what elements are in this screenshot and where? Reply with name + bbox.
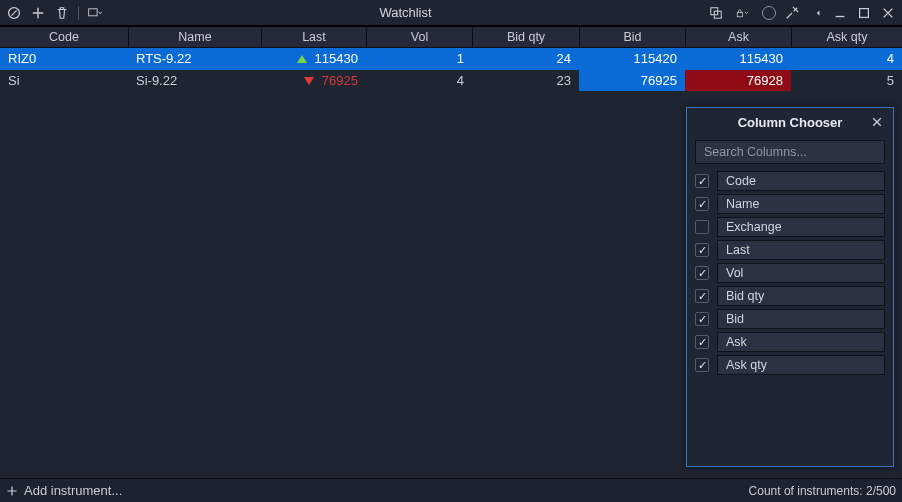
- col-header-bidqty[interactable]: Bid qty: [472, 27, 579, 47]
- column-chooser-item[interactable]: Ask: [695, 331, 885, 353]
- cell-bid: 76925: [579, 70, 685, 91]
- tools-icon[interactable]: [784, 5, 800, 21]
- status-ring-icon[interactable]: [762, 6, 776, 20]
- column-chooser-item[interactable]: Ask qty: [695, 354, 885, 376]
- cell-last-value: 115430: [315, 51, 358, 66]
- cell-vol: 1: [366, 48, 472, 69]
- col-header-bid[interactable]: Bid: [579, 27, 685, 47]
- col-header-ask[interactable]: Ask: [685, 27, 791, 47]
- svg-rect-5: [860, 8, 869, 17]
- column-chooser-title: Column Chooser: [687, 108, 893, 136]
- cell-askqty: 5: [791, 70, 902, 91]
- checkbox-icon[interactable]: [695, 266, 709, 280]
- maximize-icon[interactable]: [856, 5, 872, 21]
- price-up-icon: [297, 55, 307, 63]
- cell-last: 115430: [261, 48, 366, 69]
- column-chooser-item-label: Exchange: [717, 217, 885, 237]
- column-chooser-item-label: Ask qty: [717, 355, 885, 375]
- cell-askqty: 4: [791, 48, 902, 69]
- checkbox-icon[interactable]: [695, 358, 709, 372]
- column-chooser-item-label: Code: [717, 171, 885, 191]
- column-chooser-list: Code Name Exchange Last Vol: [687, 170, 893, 376]
- column-chooser-item[interactable]: Code: [695, 170, 885, 192]
- column-chooser-item[interactable]: Bid: [695, 308, 885, 330]
- cell-bidqty: 24: [472, 48, 579, 69]
- table-row[interactable]: RIZ0 RTS-9.22 115430 1 24 115420 115430 …: [0, 48, 902, 70]
- column-chooser-item[interactable]: Last: [695, 239, 885, 261]
- col-header-code[interactable]: Code: [0, 27, 128, 47]
- cell-ask: 76928: [685, 70, 791, 91]
- column-chooser-close-icon[interactable]: [869, 114, 885, 130]
- column-chooser-item-label: Last: [717, 240, 885, 260]
- checkbox-icon[interactable]: [695, 243, 709, 257]
- minimize-icon[interactable]: [832, 5, 848, 21]
- col-header-askqty[interactable]: Ask qty: [791, 27, 902, 47]
- column-chooser-item-label: Bid qty: [717, 286, 885, 306]
- cell-name: Si-9.22: [128, 70, 261, 91]
- add-instrument-label: Add instrument...: [24, 483, 122, 498]
- titlebar-right-tools: [702, 5, 902, 21]
- column-chooser-item-label: Bid: [717, 309, 885, 329]
- checkbox-icon[interactable]: [695, 335, 709, 349]
- column-chooser-search-input[interactable]: [695, 140, 885, 164]
- checkbox-icon[interactable]: [695, 197, 709, 211]
- price-down-icon: [304, 77, 314, 85]
- cell-code: RIZ0: [0, 48, 128, 69]
- column-chooser-item[interactable]: Name: [695, 193, 885, 215]
- table-body: RIZ0 RTS-9.22 115430 1 24 115420 115430 …: [0, 48, 902, 92]
- separator: [78, 6, 79, 20]
- cell-vol: 4: [366, 70, 472, 91]
- titlebar-left-tools: [0, 5, 109, 21]
- app-window: Watchlist: [0, 0, 902, 502]
- cell-bidqty: 23: [472, 70, 579, 91]
- plus-icon: [6, 485, 18, 497]
- col-header-vol[interactable]: Vol: [366, 27, 472, 47]
- table-row[interactable]: Si Si-9.22 76925 4 23 76925 76928 5: [0, 70, 902, 92]
- close-icon[interactable]: [880, 5, 896, 21]
- status-bar: Add instrument... Count of instruments: …: [0, 478, 902, 502]
- window-title: Watchlist: [109, 5, 702, 20]
- titlebar: Watchlist: [0, 0, 902, 26]
- add-icon[interactable]: [30, 5, 46, 21]
- svg-rect-1: [89, 8, 97, 15]
- col-header-name[interactable]: Name: [128, 27, 261, 47]
- column-chooser-title-text: Column Chooser: [738, 115, 843, 130]
- column-chooser-item-label: Name: [717, 194, 885, 214]
- column-chooser-item[interactable]: Exchange: [695, 216, 885, 238]
- app-logo-icon[interactable]: [6, 5, 22, 21]
- cell-name: RTS-9.22: [128, 48, 261, 69]
- grid-body-empty: Column Chooser Code Name Exchange: [0, 92, 902, 478]
- column-chooser-panel: Column Chooser Code Name Exchange: [686, 107, 894, 467]
- column-chooser-item-label: Vol: [717, 263, 885, 283]
- column-chooser-item-label: Ask: [717, 332, 885, 352]
- pin-icon[interactable]: [808, 5, 824, 21]
- cell-bid: 115420: [579, 48, 685, 69]
- column-chooser-item[interactable]: Vol: [695, 262, 885, 284]
- delete-icon[interactable]: [54, 5, 70, 21]
- svg-rect-4: [737, 12, 742, 16]
- col-header-last[interactable]: Last: [261, 27, 366, 47]
- add-instrument-button[interactable]: Add instrument...: [6, 483, 122, 498]
- checkbox-icon[interactable]: [695, 312, 709, 326]
- table-header: Code Name Last Vol Bid qty Bid Ask Ask q…: [0, 26, 902, 48]
- copy-icon[interactable]: [708, 5, 724, 21]
- column-chooser-item[interactable]: Bid qty: [695, 285, 885, 307]
- cell-ask: 115430: [685, 48, 791, 69]
- cell-last-value: 76925: [322, 73, 358, 88]
- cell-last: 76925: [261, 70, 366, 91]
- checkbox-icon[interactable]: [695, 220, 709, 234]
- lock-icon[interactable]: [732, 5, 754, 21]
- checkbox-icon[interactable]: [695, 289, 709, 303]
- panel-dropdown-icon[interactable]: [87, 5, 103, 21]
- cell-code: Si: [0, 70, 128, 91]
- instrument-count-status: Count of instruments: 2/500: [749, 484, 896, 498]
- checkbox-icon[interactable]: [695, 174, 709, 188]
